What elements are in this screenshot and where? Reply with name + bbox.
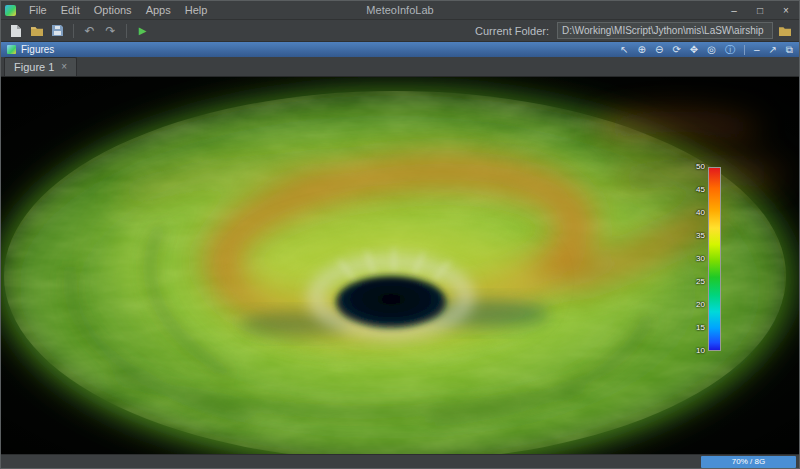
open-file-button[interactable]	[27, 21, 46, 40]
status-bar: 70% / 8G	[1, 454, 799, 468]
browse-folder-icon	[779, 26, 791, 36]
redo-button[interactable]: ↷	[101, 21, 120, 40]
save-button[interactable]	[48, 21, 67, 40]
minimize-button[interactable]: –	[721, 1, 747, 19]
colorbar-tick-label: 10	[696, 347, 705, 355]
figure-toolbar-separator	[744, 45, 745, 55]
figure-tab-bar: Figure 1 ×	[1, 57, 799, 77]
panel-collapse-icon[interactable]: –	[754, 45, 760, 55]
tab-close-icon[interactable]: ×	[61, 62, 67, 72]
colorbar-tick-label: 15	[696, 324, 705, 332]
menu-help[interactable]: Help	[178, 3, 215, 17]
main-toolbar: ↶ ↷ ▶ Current Folder:	[1, 20, 799, 42]
title-bar: File Edit Options Apps Help MeteoInfoLab…	[1, 1, 799, 20]
menu-file[interactable]: File	[22, 3, 54, 17]
colorbar-tick-label: 30	[696, 255, 705, 263]
save-disk-icon	[52, 25, 63, 36]
pan-tool-icon[interactable]: ✥	[690, 45, 698, 55]
colorbar-tick-label: 25	[696, 278, 705, 286]
app-logo-icon	[5, 5, 16, 16]
tab-figure-1[interactable]: Figure 1 ×	[4, 57, 77, 76]
colorbar-tick-labels: 504540353025201510	[696, 163, 705, 355]
menu-options[interactable]: Options	[87, 3, 139, 17]
new-file-icon	[11, 25, 21, 37]
figures-panel-title: Figures	[21, 44, 54, 55]
colorbar-tick-label: 50	[696, 163, 705, 171]
rotate-tool-icon[interactable]: ⟳	[672, 45, 680, 55]
current-folder-input[interactable]	[557, 22, 773, 39]
menu-apps[interactable]: Apps	[139, 3, 178, 17]
meteoinfolab-window: File Edit Options Apps Help MeteoInfoLab…	[0, 0, 800, 469]
run-icon: ▶	[139, 25, 147, 36]
close-button[interactable]: ×	[773, 1, 799, 19]
colorbar-tick-label: 45	[696, 186, 705, 194]
colorbar-tick-label: 40	[696, 209, 705, 217]
hurricane-volume-render	[1, 77, 799, 454]
panel-float-icon[interactable]: ↗	[768, 45, 776, 55]
pointer-tool-icon[interactable]: ↖	[620, 45, 628, 55]
undo-icon: ↶	[84, 24, 94, 38]
colorbar-tick-label: 20	[696, 301, 705, 309]
redo-icon: ↷	[105, 24, 115, 38]
menu-edit[interactable]: Edit	[54, 3, 87, 17]
figure-toolbar: ↖ ⊕ ⊖ ⟳ ✥ ◎ ⓘ – ↗ ⧉	[620, 45, 793, 55]
run-script-button[interactable]: ▶	[133, 21, 152, 40]
full-extent-tool-icon[interactable]: ◎	[707, 45, 716, 55]
zoom-out-tool-icon[interactable]: ⊖	[655, 45, 663, 55]
figures-panel-header: Figures ↖ ⊕ ⊖ ⟳ ✥ ◎ ⓘ – ↗ ⧉	[1, 42, 799, 57]
undo-button[interactable]: ↶	[80, 21, 99, 40]
colorbar-tick-label: 35	[696, 232, 705, 240]
toolbar-separator	[73, 24, 74, 38]
open-folder-icon	[31, 26, 43, 36]
browse-folder-button[interactable]	[775, 21, 794, 40]
figure-canvas[interactable]: 504540353025201510	[1, 77, 799, 454]
memory-usage-indicator[interactable]: 70% / 8G	[701, 456, 796, 468]
tab-label: Figure 1	[14, 61, 54, 73]
current-folder-label: Current Folder:	[475, 25, 555, 37]
toolbar-separator	[126, 24, 127, 38]
figures-panel-icon	[7, 45, 16, 54]
identify-tool-icon[interactable]: ⓘ	[725, 45, 735, 55]
window-controls: – □ ×	[721, 1, 799, 19]
new-script-button[interactable]	[6, 21, 25, 40]
colorbar: 504540353025201510	[696, 167, 721, 351]
maximize-button[interactable]: □	[747, 1, 773, 19]
zoom-in-tool-icon[interactable]: ⊕	[638, 45, 646, 55]
panel-maximize-icon[interactable]: ⧉	[786, 45, 793, 55]
colorbar-gradient	[708, 167, 721, 351]
